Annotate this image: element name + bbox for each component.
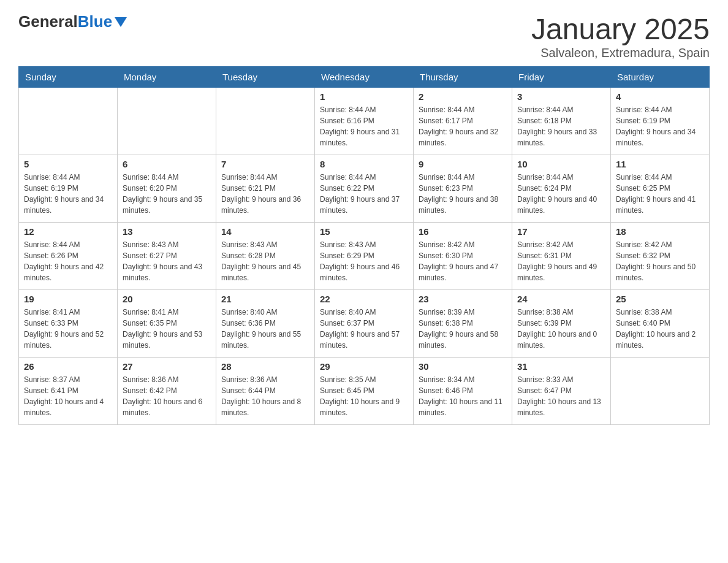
day-header-tuesday: Tuesday [216, 67, 315, 88]
day-info: Sunrise: 8:40 AMSunset: 6:37 PMDaylight:… [320, 307, 408, 351]
day-info: Sunrise: 8:33 AMSunset: 6:47 PMDaylight:… [517, 374, 605, 418]
day-info: Sunrise: 8:44 AMSunset: 6:25 PMDaylight:… [616, 172, 704, 216]
day-number: 18 [616, 226, 704, 237]
calendar-week-2: 5Sunrise: 8:44 AMSunset: 6:19 PMDaylight… [19, 155, 710, 223]
day-number: 6 [123, 159, 211, 169]
calendar-cell: 1Sunrise: 8:44 AMSunset: 6:16 PMDaylight… [315, 88, 414, 155]
day-info: Sunrise: 8:42 AMSunset: 6:31 PMDaylight:… [517, 239, 605, 283]
day-info: Sunrise: 8:38 AMSunset: 6:40 PMDaylight:… [616, 307, 704, 351]
day-number: 8 [320, 159, 408, 169]
calendar-cell: 19Sunrise: 8:41 AMSunset: 6:33 PMDayligh… [19, 290, 118, 358]
calendar-cell: 22Sunrise: 8:40 AMSunset: 6:37 PMDayligh… [315, 290, 414, 358]
day-info: Sunrise: 8:44 AMSunset: 6:22 PMDaylight:… [320, 172, 408, 216]
day-number: 22 [320, 294, 408, 304]
day-info: Sunrise: 8:36 AMSunset: 6:44 PMDaylight:… [221, 374, 309, 418]
day-header-thursday: Thursday [414, 67, 512, 88]
calendar-cell: 12Sunrise: 8:44 AMSunset: 6:26 PMDayligh… [19, 223, 118, 290]
day-info: Sunrise: 8:36 AMSunset: 6:42 PMDaylight:… [123, 374, 211, 418]
day-info: Sunrise: 8:37 AMSunset: 6:41 PMDaylight:… [24, 374, 112, 418]
calendar-week-1: 1Sunrise: 8:44 AMSunset: 6:16 PMDaylight… [19, 88, 710, 155]
day-number: 13 [123, 226, 211, 237]
logo: General Blue [18, 12, 127, 31]
calendar-cell: 7Sunrise: 8:44 AMSunset: 6:21 PMDaylight… [216, 155, 315, 223]
day-header-monday: Monday [118, 67, 216, 88]
calendar-cell: 13Sunrise: 8:43 AMSunset: 6:27 PMDayligh… [118, 223, 216, 290]
title-block: January 2025 Salvaleon, Extremadura, Spa… [531, 12, 710, 60]
day-number: 25 [616, 294, 704, 304]
calendar-cell: 10Sunrise: 8:44 AMSunset: 6:24 PMDayligh… [512, 155, 611, 223]
calendar-cell [19, 88, 118, 155]
day-info: Sunrise: 8:41 AMSunset: 6:33 PMDaylight:… [24, 307, 112, 351]
day-header-friday: Friday [512, 67, 611, 88]
day-number: 15 [320, 226, 408, 237]
calendar-cell: 27Sunrise: 8:36 AMSunset: 6:42 PMDayligh… [118, 358, 216, 425]
page-header: General Blue January 2025 Salvaleon, Ext… [18, 12, 710, 60]
day-number: 19 [24, 294, 112, 304]
day-number: 26 [24, 361, 112, 372]
logo-general-text: General [18, 12, 78, 31]
day-info: Sunrise: 8:44 AMSunset: 6:26 PMDaylight:… [24, 239, 112, 283]
calendar-cell: 29Sunrise: 8:35 AMSunset: 6:45 PMDayligh… [315, 358, 414, 425]
calendar-cell: 20Sunrise: 8:41 AMSunset: 6:35 PMDayligh… [118, 290, 216, 358]
day-info: Sunrise: 8:40 AMSunset: 6:36 PMDaylight:… [221, 307, 309, 351]
day-info: Sunrise: 8:42 AMSunset: 6:32 PMDaylight:… [616, 239, 704, 283]
calendar-cell: 9Sunrise: 8:44 AMSunset: 6:23 PMDaylight… [414, 155, 512, 223]
calendar-week-3: 12Sunrise: 8:44 AMSunset: 6:26 PMDayligh… [19, 223, 710, 290]
day-info: Sunrise: 8:35 AMSunset: 6:45 PMDaylight:… [320, 374, 408, 418]
day-number: 27 [123, 361, 211, 372]
calendar-cell: 23Sunrise: 8:39 AMSunset: 6:38 PMDayligh… [414, 290, 512, 358]
day-info: Sunrise: 8:39 AMSunset: 6:38 PMDaylight:… [419, 307, 507, 351]
svg-marker-0 [115, 17, 127, 27]
calendar-cell [216, 88, 315, 155]
day-number: 14 [221, 226, 309, 237]
calendar-cell [611, 358, 710, 425]
day-info: Sunrise: 8:41 AMSunset: 6:35 PMDaylight:… [123, 307, 211, 351]
day-info: Sunrise: 8:43 AMSunset: 6:29 PMDaylight:… [320, 239, 408, 283]
day-info: Sunrise: 8:43 AMSunset: 6:27 PMDaylight:… [123, 239, 211, 283]
calendar-cell: 14Sunrise: 8:43 AMSunset: 6:28 PMDayligh… [216, 223, 315, 290]
day-info: Sunrise: 8:44 AMSunset: 6:19 PMDaylight:… [24, 172, 112, 216]
calendar-cell: 25Sunrise: 8:38 AMSunset: 6:40 PMDayligh… [611, 290, 710, 358]
calendar-cell: 6Sunrise: 8:44 AMSunset: 6:20 PMDaylight… [118, 155, 216, 223]
day-number: 11 [616, 159, 704, 169]
day-number: 24 [517, 294, 605, 304]
day-info: Sunrise: 8:44 AMSunset: 6:23 PMDaylight:… [419, 172, 507, 216]
calendar-cell: 2Sunrise: 8:44 AMSunset: 6:17 PMDaylight… [414, 88, 512, 155]
day-number: 21 [221, 294, 309, 304]
day-number: 12 [24, 226, 112, 237]
calendar-cell: 30Sunrise: 8:34 AMSunset: 6:46 PMDayligh… [414, 358, 512, 425]
day-number: 1 [320, 91, 408, 102]
day-info: Sunrise: 8:38 AMSunset: 6:39 PMDaylight:… [517, 307, 605, 351]
day-number: 16 [419, 226, 507, 237]
calendar-cell: 5Sunrise: 8:44 AMSunset: 6:19 PMDaylight… [19, 155, 118, 223]
day-number: 29 [320, 361, 408, 372]
calendar-cell: 4Sunrise: 8:44 AMSunset: 6:19 PMDaylight… [611, 88, 710, 155]
day-number: 23 [419, 294, 507, 304]
day-info: Sunrise: 8:34 AMSunset: 6:46 PMDaylight:… [419, 374, 507, 418]
day-number: 5 [24, 159, 112, 169]
calendar-cell: 17Sunrise: 8:42 AMSunset: 6:31 PMDayligh… [512, 223, 611, 290]
day-info: Sunrise: 8:44 AMSunset: 6:16 PMDaylight:… [320, 104, 408, 148]
logo-blue-text: Blue [78, 12, 112, 31]
day-header-saturday: Saturday [611, 67, 710, 88]
day-number: 3 [517, 91, 605, 102]
calendar-cell: 26Sunrise: 8:37 AMSunset: 6:41 PMDayligh… [19, 358, 118, 425]
day-number: 10 [517, 159, 605, 169]
page-title: January 2025 [531, 12, 710, 46]
day-number: 2 [419, 91, 507, 102]
day-number: 9 [419, 159, 507, 169]
calendar-cell [118, 88, 216, 155]
day-info: Sunrise: 8:42 AMSunset: 6:30 PMDaylight:… [419, 239, 507, 283]
day-number: 7 [221, 159, 309, 169]
calendar-cell: 15Sunrise: 8:43 AMSunset: 6:29 PMDayligh… [315, 223, 414, 290]
day-number: 4 [616, 91, 704, 102]
calendar-cell: 18Sunrise: 8:42 AMSunset: 6:32 PMDayligh… [611, 223, 710, 290]
day-info: Sunrise: 8:44 AMSunset: 6:20 PMDaylight:… [123, 172, 211, 216]
page-subtitle: Salvaleon, Extremadura, Spain [531, 46, 710, 60]
calendar-cell: 31Sunrise: 8:33 AMSunset: 6:47 PMDayligh… [512, 358, 611, 425]
day-number: 17 [517, 226, 605, 237]
calendar-cell: 3Sunrise: 8:44 AMSunset: 6:18 PMDaylight… [512, 88, 611, 155]
day-info: Sunrise: 8:44 AMSunset: 6:24 PMDaylight:… [517, 172, 605, 216]
calendar-cell: 16Sunrise: 8:42 AMSunset: 6:30 PMDayligh… [414, 223, 512, 290]
calendar-week-4: 19Sunrise: 8:41 AMSunset: 6:33 PMDayligh… [19, 290, 710, 358]
